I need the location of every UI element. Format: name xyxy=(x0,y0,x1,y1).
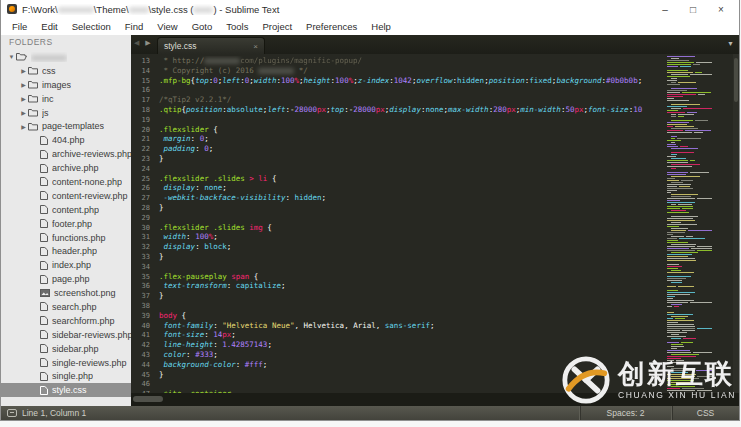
tree-item-content-none.php[interactable]: content-none.php xyxy=(1,175,131,189)
code-line-35[interactable]: 35.flex-pauseplay span { xyxy=(131,272,665,282)
code-line-41[interactable]: 41 font-size: 14px; xyxy=(131,330,665,340)
code-line-45[interactable]: 45} xyxy=(131,370,665,380)
menu-item-find[interactable]: Find xyxy=(118,20,150,33)
tree-item-images[interactable]: ▶images xyxy=(1,78,131,92)
tree-item-header.php[interactable]: header.php xyxy=(1,244,131,258)
tree-item-label: searchform.php xyxy=(52,316,115,326)
code-line-44[interactable]: 44 background-color: #fff; xyxy=(131,360,665,370)
tree-item-index.php[interactable]: index.php xyxy=(1,258,131,272)
code-line-38[interactable]: 38 xyxy=(131,301,665,311)
code-line-39[interactable]: 39body { xyxy=(131,311,665,321)
menu-item-edit[interactable]: Edit xyxy=(34,20,64,33)
vertical-scrollbar[interactable] xyxy=(733,54,739,393)
menu-item-project[interactable]: Project xyxy=(255,20,299,33)
tab-prev-icon[interactable]: ◀ xyxy=(134,39,141,46)
menu-item-goto[interactable]: Goto xyxy=(185,20,220,33)
code-line-24[interactable]: 24 xyxy=(131,164,665,174)
tree-item-searchform.php[interactable]: searchform.php xyxy=(1,314,131,328)
code-line-28[interactable]: 28} xyxy=(131,203,665,213)
code-line-14[interactable]: 14 * Copyright (c) 2016 */ xyxy=(131,66,665,76)
tree-item-functions.php[interactable]: functions.php xyxy=(1,231,131,245)
horizontal-scrollbar[interactable] xyxy=(131,393,739,406)
chevron-down-icon[interactable]: ▼ xyxy=(7,54,16,60)
code-line-13[interactable]: 13 * http://com/plugins/magnific-popup/ xyxy=(131,56,665,66)
tree-item-single-reviews.php[interactable]: single-reviews.php xyxy=(1,356,131,370)
code-line-42[interactable]: 42 line-height: 1.42857143; xyxy=(131,340,665,350)
code-line-31[interactable]: 31 width: 100%; xyxy=(131,232,665,242)
menu-item-tools[interactable]: Tools xyxy=(219,20,255,33)
close-button[interactable]: × xyxy=(707,1,735,17)
tree-item-archive-reviews.php[interactable]: archive-reviews.php xyxy=(1,147,131,161)
tree-item-content.php[interactable]: content.php xyxy=(1,203,131,217)
tree-item-style.css[interactable]: style.css xyxy=(1,383,131,397)
code-line-46[interactable]: 46 xyxy=(131,379,665,389)
chevron-right-icon[interactable]: ▶ xyxy=(19,123,28,130)
tree-item-footer.php[interactable]: footer.php xyxy=(1,217,131,231)
code-line-20[interactable]: 20.flexslider { xyxy=(131,125,665,135)
tree-item-label: content-none.php xyxy=(52,177,122,187)
code-line-29[interactable]: 29 xyxy=(131,213,665,223)
code-line-32[interactable]: 32 display: block; xyxy=(131,242,665,252)
menu-item-selection[interactable]: Selection xyxy=(65,20,118,33)
code-line-19[interactable]: 19 xyxy=(131,115,665,125)
tree-item-single.php[interactable]: single.php xyxy=(1,369,131,383)
code-line-27[interactable]: 27 -webkit-backface-visibility: hidden; xyxy=(131,193,665,203)
code-token: * Copyright (c) 2016 xyxy=(159,66,258,75)
code-line-16[interactable]: 16 xyxy=(131,85,665,95)
code-area[interactable]: 13 * http://com/plugins/magnific-popup/1… xyxy=(131,54,739,393)
tab-next-icon[interactable]: ▶ xyxy=(145,39,152,46)
code-line-43[interactable]: 43 color: #333; xyxy=(131,350,665,360)
spaces-indicator[interactable]: Spaces: 2 xyxy=(579,406,671,420)
tree-item-archive.php[interactable]: archive.php xyxy=(1,161,131,175)
tree-item-sidebar-reviews.php[interactable]: sidebar-reviews.php xyxy=(1,328,131,342)
vertical-scrollbar-thumb[interactable] xyxy=(734,58,738,102)
tree-item-404.php[interactable]: 404.php xyxy=(1,133,131,147)
code-token: max-width xyxy=(448,105,489,114)
code-line-36[interactable]: 36 text-transform: capitalize; xyxy=(131,281,665,291)
tab-style-css[interactable]: style.css × xyxy=(157,37,265,54)
code-token: \style.css ( xyxy=(149,4,194,15)
code-line-25[interactable]: 25.flexslider .slides > li { xyxy=(131,174,665,184)
chevron-right-icon[interactable]: ▶ xyxy=(19,109,28,116)
tree-item-sidebar.php[interactable]: sidebar.php xyxy=(1,342,131,356)
horizontal-scrollbar-thumb[interactable] xyxy=(133,396,163,402)
maximize-button[interactable]: □ xyxy=(679,1,707,17)
tab-overflow-icon[interactable]: ▼ xyxy=(727,40,734,47)
tree-item-search.php[interactable]: search.php xyxy=(1,300,131,314)
code-token: ; xyxy=(281,281,286,290)
tree-item-label: archive-reviews.php xyxy=(52,149,131,159)
menu-item-preferences[interactable]: Preferences xyxy=(299,20,364,33)
tree-item-page-templates[interactable]: ▶page-templates xyxy=(1,119,131,133)
minimize-button[interactable]: – xyxy=(651,1,679,17)
chevron-right-icon[interactable]: ▶ xyxy=(19,81,28,88)
tree-item-inc[interactable]: ▶inc xyxy=(1,92,131,106)
chevron-right-icon[interactable]: ▶ xyxy=(19,95,28,102)
code-line-37[interactable]: 37} xyxy=(131,291,665,301)
code-line-17[interactable]: 17/*qTip2 v2.2.1*/ xyxy=(131,95,665,105)
tree-item-page.php[interactable]: page.php xyxy=(1,272,131,286)
tree-item-screenshot.png[interactable]: screenshot.png xyxy=(1,286,131,300)
code-line-26[interactable]: 26 display: none; xyxy=(131,183,665,193)
code-line-22[interactable]: 22 padding: 0; xyxy=(131,144,665,154)
code-line-18[interactable]: 18.qtip{position:absolute;left:-28000px;… xyxy=(131,105,665,115)
code-line-23[interactable]: 23} xyxy=(131,154,665,164)
code-line-21[interactable]: 21 margin: 0; xyxy=(131,134,665,144)
tree-item-content-review.php[interactable]: content-review.php xyxy=(1,189,131,203)
code-line-34[interactable]: 34 xyxy=(131,262,665,272)
chevron-right-icon[interactable]: ▶ xyxy=(19,67,28,74)
file-icon xyxy=(40,358,48,367)
tree-item-js[interactable]: ▶js xyxy=(1,106,131,120)
code-line-40[interactable]: 40 font-family: "Helvetica Neue", Helvet… xyxy=(131,321,665,331)
tree-item-css[interactable]: ▶css xyxy=(1,64,131,78)
tree-item-root[interactable]: ▼ xyxy=(1,50,131,64)
tab-close-icon[interactable]: × xyxy=(253,42,258,51)
code-line-33[interactable]: 33} xyxy=(131,252,665,262)
redacted-text xyxy=(204,58,240,64)
menu-item-file[interactable]: File xyxy=(5,20,34,33)
code-line-30[interactable]: 30.flexslider .slides img { xyxy=(131,223,665,233)
minimap[interactable] xyxy=(666,56,712,393)
menu-item-help[interactable]: Help xyxy=(364,20,398,33)
code-line-15[interactable]: 15.mfp-bg{top:0;left:0;width:100%;height… xyxy=(131,76,665,86)
syntax-indicator[interactable]: CSS xyxy=(671,406,739,420)
menu-item-view[interactable]: View xyxy=(150,20,184,33)
